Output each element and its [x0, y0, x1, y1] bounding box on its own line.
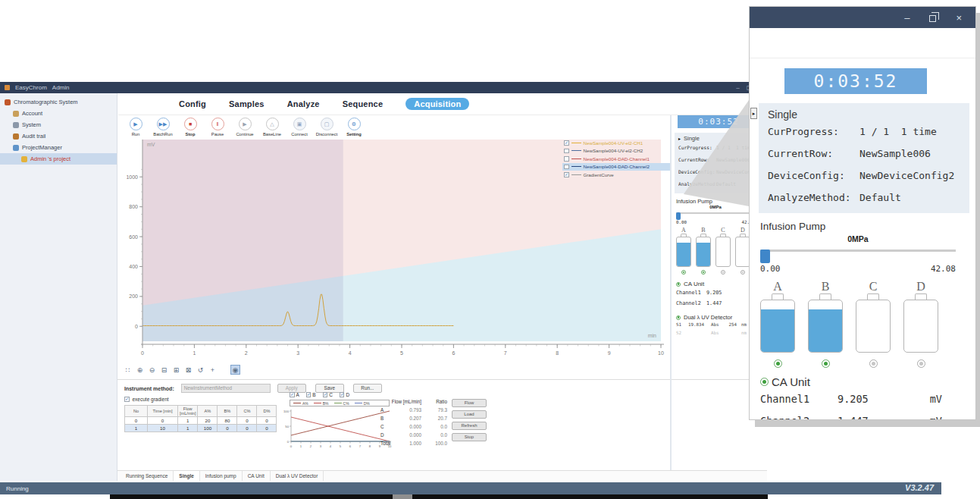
legend-checkbox[interactable] — [564, 165, 569, 170]
channel-checkbox[interactable]: D — [340, 392, 349, 397]
bottle-letter: B — [701, 227, 705, 234]
pressure-slider[interactable] — [676, 212, 755, 220]
solvent-bottle: B — [696, 227, 711, 275]
gradient-table-row[interactable]: 1 10 1 100 0 0 0 — [125, 425, 277, 432]
solvent-bottle: C — [856, 280, 891, 368]
gradient-table-row[interactable]: 0 0 1 20 80 0 0 — [125, 417, 277, 425]
pump-action-button[interactable]: Load — [452, 410, 487, 419]
zoom-tool-icon[interactable]: ⊕ — [135, 365, 145, 375]
restore-icon[interactable] — [929, 15, 936, 22]
toolbar-button[interactable]: ■ Stop — [179, 118, 202, 137]
menu-item[interactable]: Config — [179, 99, 206, 108]
legend-checkbox[interactable] — [564, 140, 569, 146]
pump-action-button[interactable]: Flow — [452, 399, 487, 407]
sidebar-item[interactable]: Admin 's project — [0, 153, 117, 165]
instrument-method-combo[interactable]: NewInstrumentMethod — [181, 384, 271, 393]
legend-row[interactable]: NewSample004-UV-el2-CH1 — [562, 139, 672, 147]
minimize-icon[interactable]: – — [736, 84, 739, 91]
bottom-tab[interactable]: Dual λ UV Detector — [271, 471, 324, 481]
infusion-pump-section: Infusion Pump 0MPa 0.00 42.08 A B — [750, 221, 975, 368]
menu-item[interactable]: Sequence — [343, 99, 384, 108]
legend-line-swatch — [571, 150, 581, 151]
execute-gradient-checkbox[interactable] — [124, 397, 130, 402]
checkbox-box[interactable] — [290, 392, 295, 397]
bottom-tab[interactable]: Single — [174, 471, 200, 481]
zoom-tool-icon[interactable]: ∷ — [123, 365, 133, 375]
run-timer: 0:03:52 — [784, 68, 927, 94]
bottle-body — [903, 300, 938, 353]
toolbar-button[interactable]: ▶▶ BatchRun — [152, 118, 174, 137]
checkbox-box[interactable] — [323, 392, 328, 397]
pressure-slider[interactable] — [760, 250, 956, 263]
panel-collapse-handle[interactable]: ▸ — [750, 108, 757, 119]
sidebar-item[interactable]: Account — [0, 108, 117, 119]
legend-line-swatch — [355, 403, 362, 403]
zoom-tool-icon[interactable]: ↺ — [196, 365, 205, 375]
toolbar-button[interactable]: ▢ Disconnect — [315, 118, 338, 137]
cell-time: 10 — [148, 425, 178, 432]
zoom-tool-icon[interactable]: ⊖ — [147, 365, 157, 375]
solvent-bottle: D — [735, 227, 750, 275]
legend-row[interactable]: NewSample004-UV-el2-CH2 — [562, 147, 672, 155]
legend-row[interactable]: NewSample004-DAD-Channel2 — [562, 163, 672, 171]
menu-item[interactable]: Samples — [229, 99, 265, 108]
gradient-column-header: A% — [198, 406, 218, 417]
info-label: CurProgress: — [768, 121, 859, 143]
sidebar-item[interactable]: ProjectManager — [0, 142, 117, 153]
menu-item[interactable]: Acquisition — [405, 98, 469, 110]
legend-checkbox[interactable] — [564, 172, 569, 177]
svg-text:400: 400 — [129, 264, 138, 269]
uv-unit: nm — [741, 329, 747, 337]
toolbar-button[interactable]: ⚙ Setting — [343, 118, 365, 137]
zoom-tool-icon[interactable]: ⊞ — [171, 365, 181, 375]
legend-line-swatch — [334, 403, 342, 403]
collapse-marker-icon[interactable]: ▸ — [678, 136, 681, 141]
channel-checkbox[interactable]: A — [290, 392, 299, 397]
bottom-tab[interactable]: Infusion pump — [200, 471, 243, 481]
legend-row[interactable]: NewSample004-DAD-Channel1 — [562, 155, 672, 163]
slider-thumb[interactable] — [760, 250, 770, 263]
uv-status-led — [676, 315, 681, 320]
bottle-liquid — [697, 243, 710, 266]
legend-checkbox[interactable] — [564, 156, 569, 162]
zoom-tool-icon[interactable]: ⊠ — [183, 365, 193, 375]
legend-row[interactable]: GradientCurve — [562, 171, 672, 179]
minimize-icon[interactable]: – — [904, 12, 910, 24]
bottle-body — [696, 237, 711, 267]
flow-ratio-table: Flow [mL/min] Ratio A 0.793 79.3 B 0.207… — [380, 397, 447, 447]
toolbar-button[interactable]: ▶ Run — [124, 118, 147, 137]
close-icon[interactable]: × — [956, 12, 962, 24]
ca-status-led — [676, 282, 681, 287]
slider-thumb[interactable] — [676, 212, 681, 220]
bottle-body — [808, 300, 843, 353]
cell-no: 1 — [125, 425, 148, 432]
channel-checkbox[interactable]: B — [306, 392, 316, 397]
pump-action-button[interactable]: Refresh — [452, 422, 487, 430]
legend-label: A% — [302, 401, 308, 406]
vertical-splitter[interactable] — [670, 115, 672, 481]
flow-row-ratio: 79.3 — [424, 407, 447, 413]
sidebar-item[interactable]: System — [0, 119, 117, 130]
checkbox-box[interactable] — [340, 392, 345, 397]
flow-row-name: Total — [380, 441, 391, 446]
app-title: EasyChrom — [15, 84, 47, 91]
menu-item[interactable]: Analyze — [287, 99, 320, 108]
legend-checkbox[interactable] — [564, 149, 569, 154]
bottom-tab[interactable]: Running Sequence — [121, 471, 174, 481]
bottle-liquid — [761, 309, 794, 352]
channel-row: Channel2 1.447 mV — [676, 298, 758, 309]
zoom-tool-icon[interactable]: ⊟ — [159, 365, 169, 375]
screen: EasyChrom Admin – ▢ × Chromatographic Sy… — [0, 0, 980, 499]
zoom-tool-icon[interactable]: ◉ — [230, 365, 240, 375]
pump-action-button[interactable]: Stop — [452, 433, 487, 441]
toolbar-button[interactable]: ▶ Continue — [233, 118, 256, 137]
zoom-tool-icon[interactable]: + — [208, 365, 218, 375]
channel-checkbox[interactable]: C — [323, 392, 333, 397]
toolbar-button[interactable]: ‖ Pause — [206, 118, 229, 137]
sidebar-item[interactable]: Chromatographic System — [0, 96, 117, 108]
toolbar-button[interactable]: △ BaseLine — [261, 118, 283, 137]
bottom-tab[interactable]: CA Unit — [243, 471, 271, 481]
toolbar-button[interactable]: ▣ Connect — [288, 118, 311, 137]
sidebar-item[interactable]: Audit trail — [0, 130, 117, 142]
checkbox-box[interactable] — [306, 392, 312, 397]
